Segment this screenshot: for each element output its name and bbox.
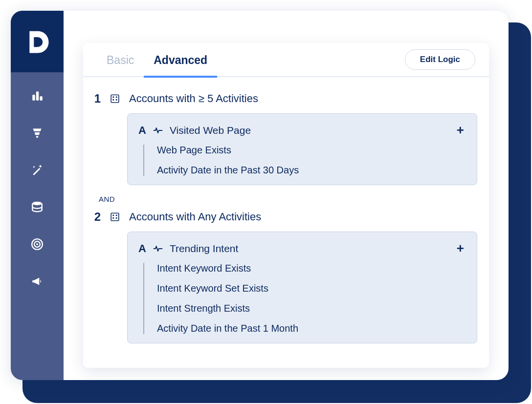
sub-rule-letter: A [138, 124, 146, 137]
main-area: Basic Advanced Edit Logic 1 [64, 11, 509, 380]
conditions-list: Web Page Exists Activity Date in the Pas… [143, 145, 466, 176]
sub-rule-letter: A [138, 242, 146, 255]
sidebar [11, 11, 64, 380]
svg-rect-1 [36, 91, 39, 100]
nav-database[interactable] [27, 197, 47, 217]
logic-operator: AND [99, 195, 477, 203]
app-card: Basic Advanced Edit Logic 1 [11, 11, 509, 380]
svg-rect-10 [112, 99, 114, 101]
add-condition-button[interactable]: + [455, 123, 466, 138]
svg-rect-13 [112, 214, 114, 216]
svg-rect-12 [111, 213, 119, 221]
tab-basic[interactable]: Basic [97, 43, 144, 77]
rule-title: Accounts with ≥ 5 Activities [129, 92, 258, 105]
logo [11, 11, 64, 72]
megaphone-icon [31, 275, 44, 288]
rules-container: 1 Accounts with ≥ 5 Activities A [83, 77, 489, 343]
funnel-icon [31, 127, 44, 139]
svg-point-3 [32, 202, 42, 206]
svg-rect-15 [112, 217, 114, 219]
nav-magic[interactable] [27, 160, 47, 180]
condition-item[interactable]: Intent Keyword Exists [157, 263, 466, 274]
activity-pulse-icon [153, 244, 163, 254]
bar-chart-icon [31, 89, 44, 102]
svg-rect-0 [32, 95, 35, 101]
target-icon [31, 238, 44, 251]
svg-rect-11 [116, 99, 117, 101]
sub-rule-block[interactable]: A Trending Intent + Intent Keyword Exist… [127, 232, 477, 343]
condition-item[interactable]: Intent Keyword Set Exists [157, 283, 466, 294]
svg-rect-16 [116, 217, 117, 219]
nav-funnel[interactable] [27, 123, 47, 143]
edit-logic-button[interactable]: Edit Logic [405, 49, 475, 70]
rule-header[interactable]: 2 Accounts with Any Activities [92, 210, 477, 224]
tab-bar: Basic Advanced Edit Logic [83, 43, 489, 77]
sub-rule-header: A Trending Intent + [138, 241, 466, 256]
building-icon [110, 212, 120, 222]
rule-number: 2 [92, 210, 101, 224]
rule-header[interactable]: 1 Accounts with ≥ 5 Activities [92, 92, 477, 106]
rule-block: 1 Accounts with ≥ 5 Activities A [92, 92, 477, 185]
nav-icon-list [27, 72, 47, 380]
svg-point-6 [36, 243, 38, 245]
rule-block: 2 Accounts with Any Activities A [92, 210, 477, 343]
svg-rect-14 [116, 214, 117, 216]
building-icon [110, 93, 120, 104]
condition-item[interactable]: Web Page Exists [157, 145, 466, 156]
sub-rule-header: A Visited Web Page + [138, 123, 466, 138]
database-icon [31, 201, 44, 213]
sub-rule-title: Trending Intent [170, 243, 238, 255]
svg-rect-8 [112, 96, 114, 98]
activity-pulse-icon [153, 126, 163, 135]
add-condition-button[interactable]: + [455, 241, 466, 256]
sub-rule-block[interactable]: A Visited Web Page + Web Page Exists Act… [127, 113, 477, 185]
condition-item[interactable]: Activity Date in the Past 30 Days [157, 165, 466, 176]
d-logo-icon [23, 28, 51, 55]
condition-item[interactable]: Intent Strength Exists [157, 303, 466, 314]
svg-rect-9 [116, 96, 117, 98]
condition-item[interactable]: Activity Date in the Past 1 Month [157, 323, 466, 334]
tab-advanced[interactable]: Advanced [144, 43, 217, 77]
conditions-list: Intent Keyword Exists Intent Keyword Set… [143, 263, 466, 334]
nav-target[interactable] [27, 234, 47, 254]
svg-rect-2 [40, 96, 42, 101]
svg-rect-7 [111, 95, 119, 103]
sub-rule-title: Visited Web Page [170, 125, 251, 136]
nav-bar-chart[interactable] [27, 86, 47, 106]
rule-title: Accounts with Any Activities [129, 211, 261, 223]
magic-wand-icon [31, 164, 44, 176]
rule-number: 1 [92, 92, 101, 106]
nav-megaphone[interactable] [27, 272, 47, 291]
logic-panel: Basic Advanced Edit Logic 1 [83, 43, 489, 368]
